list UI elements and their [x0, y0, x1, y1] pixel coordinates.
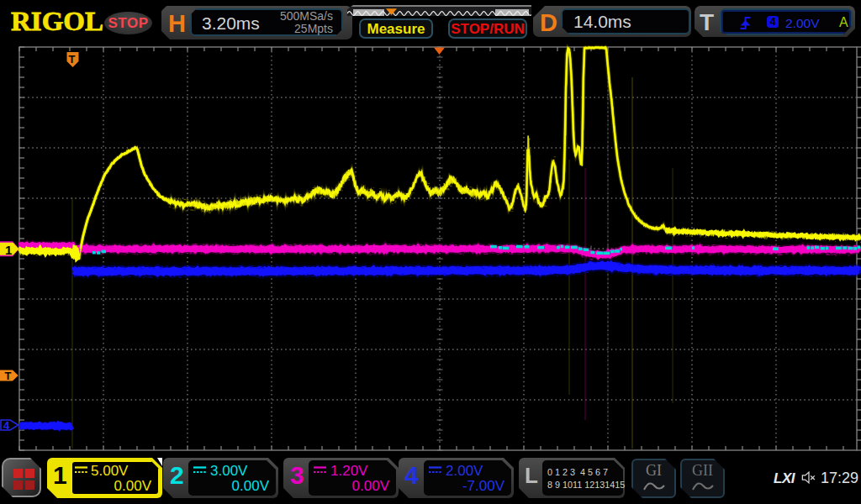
svg-text:4: 4: [3, 419, 10, 432]
svg-text:1: 1: [5, 243, 12, 257]
svg-text:T: T: [5, 370, 12, 382]
svg-text:T: T: [69, 53, 76, 66]
